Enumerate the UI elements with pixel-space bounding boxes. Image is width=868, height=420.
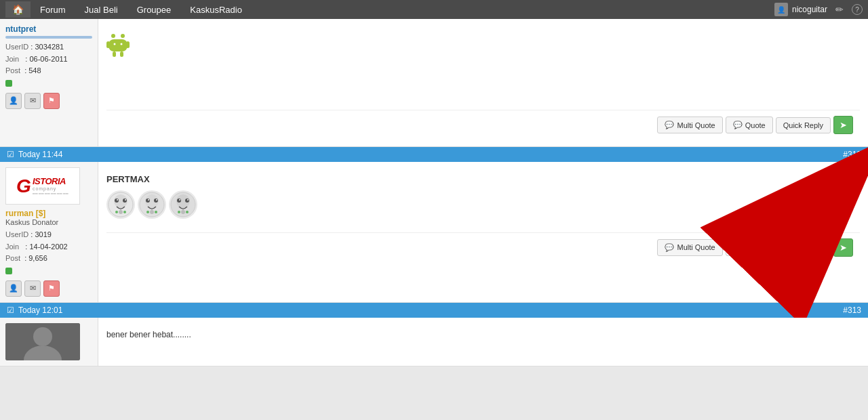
post-312-number: #312 [843, 150, 861, 159]
svg-point-21 [146, 198, 150, 203]
post-311-userdetails: UserID : 3034281 Join : 06-06-2011 Post … [5, 41, 92, 77]
nav-kaskusradio[interactable]: KaskusRadio [180, 2, 252, 18]
forward-btn-312[interactable]: ➤ [833, 238, 853, 257]
post-313-time: Today 12:01 [18, 306, 62, 315]
svg-point-33 [179, 199, 180, 201]
smiley-3 [169, 190, 197, 219]
post-313-row: bener bener hebat........ [0, 318, 868, 366]
post-313-avatar [5, 323, 80, 360]
pm-btn-311[interactable]: ✉ [24, 93, 41, 109]
speech-icon-312: 💬 [665, 243, 674, 252]
svg-point-23 [148, 199, 149, 201]
svg-point-37 [178, 211, 180, 213]
profile-btn-312[interactable]: 👤 [5, 280, 22, 297]
online-indicator-311 [5, 80, 12, 87]
top-navigation: 🏠 Forum Jual Beli Groupee KaskusRadio 👤 … [0, 0, 868, 19]
svg-point-14 [125, 199, 126, 201]
svg-point-17 [115, 211, 118, 213]
online-indicator-312 [5, 268, 12, 274]
smiley-2 [138, 190, 166, 219]
post-312-header-left: ☑ Today 11:44 [7, 150, 62, 159]
post-312-actions: 💬 Multi Quote 💬 Quote Quick Reply ➤ [106, 232, 860, 262]
nav-username[interactable]: nicoguitar [792, 5, 827, 14]
svg-point-0 [111, 34, 115, 38]
report-btn-312[interactable]: ⚑ [43, 280, 60, 297]
svg-rect-3 [106, 41, 110, 48]
quick-reply-btn-312[interactable]: Quick Reply [776, 239, 831, 255]
report-btn-311[interactable]: ⚑ [43, 93, 60, 109]
android-icon [106, 33, 130, 64]
post-311-row: ntutpret UserID : 3034281 Join : 06-06-2… [0, 19, 868, 147]
svg-point-42 [33, 327, 52, 346]
nav-right: 👤 nicoguitar ✏ ? [774, 3, 863, 16]
svg-point-18 [123, 211, 126, 213]
posts-area: ntutpret UserID : 3034281 Join : 06-06-2… [0, 19, 868, 366]
post-313-text: bener bener hebat........ [106, 324, 860, 345]
post-312-username[interactable]: rurman [$] [5, 209, 45, 218]
post-312-user-actions: 👤 ✉ ⚑ [5, 280, 92, 297]
quote-btn-311[interactable]: 💬 Quote [726, 117, 773, 133]
post-313-checkmark: ☑ [7, 306, 14, 315]
svg-point-27 [146, 211, 149, 213]
profile-btn-311[interactable]: 👤 [5, 93, 22, 109]
post-311-user-actions: 👤 ✉ ⚑ [5, 93, 92, 109]
post-312-userdetails: UserID : 3019 Join : 14-04-2002 Post : 9… [5, 229, 92, 265]
multi-quote-btn-312[interactable]: 💬 Multi Quote [657, 239, 722, 256]
post-313-number: #313 [843, 306, 861, 315]
post-311-username[interactable]: ntutpret [5, 24, 36, 34]
svg-point-12 [123, 198, 127, 203]
quick-reply-btn-311[interactable]: Quick Reply [776, 117, 831, 133]
nav-forum[interactable]: Forum [31, 2, 75, 18]
svg-point-32 [185, 198, 189, 203]
post-313-content: bener bener hebat........ [98, 318, 868, 366]
svg-rect-2 [108, 39, 127, 51]
main-container: ntutpret UserID : 3034281 Join : 06-06-2… [0, 19, 868, 366]
post-313-header: ☑ Today 12:01 #313 [0, 303, 868, 318]
svg-point-28 [155, 211, 157, 213]
post-312-sidebar: G ISTORIA company ━━━━━━━━━━━━ rurman [$… [0, 162, 98, 302]
svg-point-24 [156, 199, 157, 201]
post-311-actions: 💬 Multi Quote 💬 Quote Quick Reply ➤ [106, 110, 860, 140]
help-icon[interactable]: ? [852, 4, 863, 15]
svg-point-1 [121, 34, 125, 38]
nav-jualbeli[interactable]: Jual Beli [75, 2, 127, 18]
post-311-content: 💬 Multi Quote 💬 Quote Quick Reply ➤ [98, 19, 868, 146]
home-icon: 🏠 [12, 4, 24, 15]
post-312-usertitle: Kaskus Donator [5, 218, 92, 226]
smiley-1 [106, 190, 135, 219]
svg-point-13 [117, 199, 118, 201]
donator-badge: [$] [36, 209, 46, 218]
post-311-body [106, 26, 860, 104]
edit-icon[interactable]: ✏ [835, 4, 844, 15]
nav-user-avatar: 👤 [774, 3, 788, 16]
post-312-body: PERTMAX [106, 169, 860, 227]
post-312-header: ☑ Today 11:44 #312 [0, 147, 868, 162]
post-312-checkmark: ☑ [7, 150, 14, 159]
nav-left: 🏠 Forum Jual Beli Groupee KaskusRadio [5, 1, 252, 18]
svg-point-15 [119, 210, 123, 214]
svg-point-38 [186, 211, 189, 213]
svg-point-31 [177, 198, 181, 203]
multi-quote-btn-311[interactable]: 💬 Multi Quote [657, 117, 722, 133]
quote-icon: 💬 [733, 121, 743, 129]
smiley-row [106, 190, 860, 219]
forward-btn-311[interactable]: ➤ [833, 116, 853, 134]
post-312-boldtext: PERTMAX [106, 173, 860, 186]
historia-logo: G ISTORIA company ━━━━━━━━━━━━ [5, 167, 80, 205]
pm-btn-312[interactable]: ✉ [24, 280, 41, 297]
post-312-time: Today 11:44 [18, 150, 62, 159]
svg-point-35 [181, 210, 185, 214]
svg-point-34 [187, 199, 189, 201]
nav-home-button[interactable]: 🏠 [5, 1, 31, 18]
svg-point-11 [115, 198, 119, 203]
post-312-content: PERTMAX [98, 162, 868, 302]
post-311-sidebar: ntutpret UserID : 3034281 Join : 06-06-2… [0, 19, 98, 146]
quote-btn-312[interactable]: 💬 Quote [726, 239, 773, 256]
post-312-row: G ISTORIA company ━━━━━━━━━━━━ rurman [$… [0, 162, 868, 303]
quote-icon-312: 💬 [733, 243, 743, 252]
forward-icon: ➤ [840, 120, 847, 130]
user-info: 👤 nicoguitar [774, 3, 827, 16]
nav-groupee[interactable]: Groupee [127, 2, 181, 18]
svg-point-22 [154, 198, 158, 203]
forward-icon-312: ➤ [840, 243, 847, 253]
